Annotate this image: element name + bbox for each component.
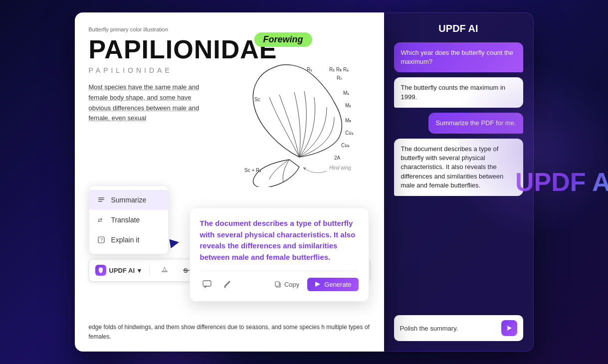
svg-text:Sс: Sс — [254, 97, 260, 102]
svg-rect-15 — [98, 201, 102, 202]
copy-label: Copy — [284, 281, 299, 288]
ai-panel: UPDF AI Which year does the butterfly co… — [384, 12, 534, 352]
summarize-icon — [96, 195, 106, 205]
ai-input-area[interactable] — [394, 315, 523, 341]
chat-message-user-1: Which year does the butterfly count the … — [394, 42, 523, 72]
toolbar-brand[interactable]: UPDF AI ▾ — [95, 265, 142, 276]
wing-diagram: Forewing — [224, 32, 374, 172]
summary-popup-footer: Copy Generate — [200, 271, 359, 291]
toolbar-separator — [149, 265, 150, 275]
popup-comment-icon[interactable] — [200, 277, 214, 291]
svg-text:Сu₁: Сu₁ — [345, 130, 354, 136]
svg-text:⇄: ⇄ — [98, 217, 102, 223]
svg-rect-13 — [98, 197, 104, 198]
svg-rect-28 — [203, 281, 211, 286]
popup-generate-btn[interactable]: Generate — [307, 278, 358, 291]
svg-text:R₂  R₃  R₄: R₂ R₃ R₄ — [329, 67, 349, 72]
svg-rect-14 — [98, 199, 104, 200]
pdf-body-text: Most species have the same male and fema… — [89, 82, 208, 124]
popup-footer-icons — [200, 277, 234, 291]
ai-panel-title: UPDF AI — [394, 23, 523, 34]
dropdown-item-summarize[interactable]: Summarize — [89, 190, 168, 210]
dropdown-item-summarize-label: Summarize — [111, 196, 147, 204]
wing-svg: R₂ R₃ R₄ R₅ R₁ Sс M₁ M₂ M₃ Сu₁ Сu₂ 2A Hi… — [229, 47, 374, 187]
chat-messages: Which year does the butterfly count the … — [394, 42, 523, 309]
pdf-lower-text: edge folds of hindwings, and them show d… — [89, 323, 370, 342]
svg-text:Sс + R₁: Sс + R₁ — [244, 168, 261, 173]
pdf-panel: Butterfly primary color illustration PAP… — [75, 12, 384, 352]
dropdown-item-explain-label: Explain it — [111, 236, 140, 244]
cursor-arrow: ▶ — [168, 235, 180, 250]
popup-brush-icon[interactable] — [220, 277, 234, 291]
svg-rect-30 — [275, 282, 279, 286]
toolbar-brand-label: UPDF AI — [109, 267, 135, 274]
dropdown-menu: Summarize ⇄ Translate ? — [89, 185, 169, 254]
pdf-subtitle: Butterfly primary color illustration — [89, 26, 370, 32]
svg-text:R₅: R₅ — [337, 75, 342, 81]
dropdown-item-translate-label: Translate — [111, 216, 140, 224]
ai-input-field[interactable] — [400, 325, 497, 332]
translate-icon: ⇄ — [96, 215, 106, 225]
chat-message-ai-1: The butterfly counts the maximum in 1999… — [394, 77, 523, 107]
svg-text:M₁: M₁ — [343, 90, 349, 96]
svg-text:M₂: M₂ — [345, 103, 351, 108]
summary-popup: The document describes a type of butterf… — [190, 207, 369, 302]
updf-watermark: UPDF AI — [515, 167, 608, 197]
svg-rect-19 — [162, 271, 168, 272]
chat-message-user-2: Summarize the PDF for me. — [428, 113, 523, 134]
svg-text:M₃: M₃ — [345, 118, 351, 123]
svg-text:R₁: R₁ — [307, 67, 312, 72]
explain-icon: ? — [96, 235, 106, 245]
dropdown-item-translate[interactable]: ⇄ Translate — [89, 210, 168, 230]
chat-message-ai-2: The document describes a type of butterf… — [394, 139, 523, 196]
pdf-content: Butterfly primary color illustration PAP… — [75, 12, 384, 352]
svg-text:Hind wing: Hind wing — [329, 165, 351, 171]
toolbar-highlight-btn[interactable] — [158, 263, 172, 277]
summary-popup-text: The document describes a type of butterf… — [200, 218, 359, 263]
dropdown-item-explain[interactable]: ? Explain it — [89, 230, 168, 250]
toolbar-dropdown-arrow[interactable]: ▾ — [138, 267, 141, 274]
svg-text:?: ? — [100, 237, 103, 242]
ai-send-button[interactable] — [501, 320, 517, 336]
updf-logo — [95, 265, 106, 276]
forewing-label: Forewing — [254, 32, 312, 47]
svg-text:Сu₂: Сu₂ — [341, 143, 350, 148]
generate-label: Generate — [324, 281, 351, 288]
popup-copy-btn[interactable]: Copy — [270, 279, 303, 290]
svg-marker-31 — [315, 282, 320, 287]
svg-text:2A: 2A — [334, 155, 341, 161]
